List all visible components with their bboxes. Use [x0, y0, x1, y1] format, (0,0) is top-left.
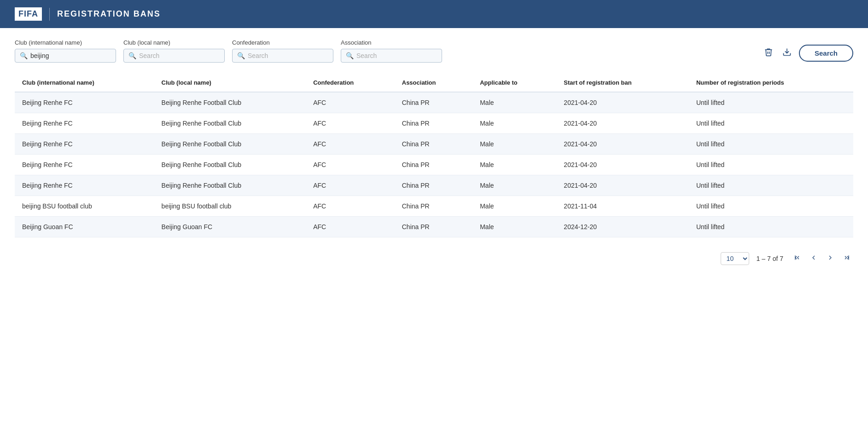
- cell-start-date: 2021-04-20: [556, 175, 689, 196]
- cell-start-date: 2021-04-20: [556, 113, 689, 134]
- confederation-input[interactable]: [248, 52, 328, 59]
- cell-applicable-to: Male: [472, 217, 556, 237]
- cell-club-local: Beijing Renhe Football Club: [154, 155, 306, 175]
- cell-club-local: Beijing Renhe Football Club: [154, 113, 306, 134]
- cell-start-date: 2024-12-20: [556, 217, 689, 237]
- confederation-label: Confederation: [232, 39, 333, 46]
- cell-confederation: AFC: [306, 92, 395, 113]
- cell-association: China PR: [395, 196, 472, 217]
- cell-confederation: AFC: [306, 134, 395, 155]
- page-info: 1 – 7 of 7: [757, 255, 783, 262]
- first-page-icon: [793, 254, 801, 261]
- cell-periods: Until lifted: [689, 155, 853, 175]
- col-start-date: Start of registration ban: [556, 74, 689, 92]
- cell-club-international: Beijing Renhe FC: [15, 155, 154, 175]
- last-page-button[interactable]: [840, 252, 853, 265]
- club-local-label: Club (local name): [123, 39, 225, 46]
- col-confederation: Confederation: [306, 74, 395, 92]
- search-button[interactable]: Search: [799, 45, 853, 62]
- next-page-button[interactable]: [824, 252, 837, 265]
- table-row: Beijing Renhe FC Beijing Renhe Football …: [15, 155, 853, 175]
- col-association: Association: [395, 74, 472, 92]
- cell-club-local: Beijing Renhe Football Club: [154, 134, 306, 155]
- cell-club-international: Beijing Renhe FC: [15, 175, 154, 196]
- table-row: Beijing Renhe FC Beijing Renhe Football …: [15, 175, 853, 196]
- cell-periods: Until lifted: [689, 113, 853, 134]
- cell-start-date: 2021-11-04: [556, 196, 689, 217]
- prev-page-icon: [810, 254, 817, 261]
- cell-applicable-to: Male: [472, 113, 556, 134]
- club-local-input-wrapper: 🔍: [123, 49, 225, 63]
- association-label: Association: [341, 39, 442, 46]
- club-local-input[interactable]: [139, 52, 220, 59]
- cell-association: China PR: [395, 92, 472, 113]
- cell-periods: Until lifted: [689, 196, 853, 217]
- table-row: Beijing Guoan FC Beijing Guoan FC AFC Ch…: [15, 217, 853, 237]
- cell-applicable-to: Male: [472, 196, 556, 217]
- table-section: Club (international name) Club (local na…: [0, 70, 868, 245]
- col-club-local: Club (local name): [154, 74, 306, 92]
- clear-icon: [764, 47, 773, 57]
- fifa-logo: FIFA: [15, 7, 42, 21]
- table-row: beijing BSU football club beijing BSU fo…: [15, 196, 853, 217]
- last-page-icon: [843, 254, 851, 261]
- club-international-label: Club (international name): [15, 39, 116, 46]
- confederation-input-wrapper: 🔍: [232, 49, 333, 63]
- cell-confederation: AFC: [306, 196, 395, 217]
- club-local-search-icon: 🔍: [128, 52, 136, 59]
- filter-confederation: Confederation 🔍: [232, 39, 333, 63]
- cell-applicable-to: Male: [472, 175, 556, 196]
- filter-association: Association 🔍: [341, 39, 442, 63]
- per-page-select[interactable]: 102550100: [721, 252, 749, 265]
- cell-periods: Until lifted: [689, 175, 853, 196]
- association-search-icon: 🔍: [346, 52, 354, 59]
- first-page-button[interactable]: [791, 252, 804, 265]
- cell-confederation: AFC: [306, 175, 395, 196]
- cell-club-international: Beijing Guoan FC: [15, 217, 154, 237]
- table-row: Beijing Renhe FC Beijing Renhe Football …: [15, 113, 853, 134]
- club-international-input-wrapper: 🔍: [15, 49, 116, 63]
- association-input[interactable]: [356, 52, 437, 59]
- association-input-wrapper: 🔍: [341, 49, 442, 63]
- cell-confederation: AFC: [306, 113, 395, 134]
- prev-page-button[interactable]: [807, 252, 820, 265]
- results-table: Club (international name) Club (local na…: [15, 74, 853, 237]
- cell-periods: Until lifted: [689, 134, 853, 155]
- cell-club-international: Beijing Renhe FC: [15, 92, 154, 113]
- pagination: 102550100 1 – 7 of 7: [0, 245, 868, 272]
- cell-start-date: 2021-04-20: [556, 155, 689, 175]
- per-page-select-wrapper: 102550100: [721, 252, 749, 265]
- cell-association: China PR: [395, 113, 472, 134]
- header: FIFA REGISTRATION BANS: [0, 0, 868, 28]
- table-row: Beijing Renhe FC Beijing Renhe Football …: [15, 92, 853, 113]
- cell-applicable-to: Male: [472, 155, 556, 175]
- download-icon: [782, 47, 792, 57]
- col-club-international: Club (international name): [15, 74, 154, 92]
- cell-association: China PR: [395, 217, 472, 237]
- filter-club-international: Club (international name) 🔍: [15, 39, 116, 63]
- cell-start-date: 2021-04-20: [556, 92, 689, 113]
- cell-association: China PR: [395, 175, 472, 196]
- cell-confederation: AFC: [306, 155, 395, 175]
- cell-start-date: 2021-04-20: [556, 134, 689, 155]
- col-periods: Number of registration periods: [689, 74, 853, 92]
- club-international-search-icon: 🔍: [20, 52, 28, 59]
- download-button[interactable]: [781, 46, 793, 61]
- cell-periods: Until lifted: [689, 217, 853, 237]
- table-row: Beijing Renhe FC Beijing Renhe Football …: [15, 134, 853, 155]
- col-applicable-to: Applicable to: [472, 74, 556, 92]
- confederation-search-icon: 🔍: [237, 52, 245, 59]
- cell-club-local: Beijing Renhe Football Club: [154, 92, 306, 113]
- filters-section: Club (international name) 🔍 Club (local …: [0, 28, 868, 70]
- cell-confederation: AFC: [306, 217, 395, 237]
- club-international-input[interactable]: [30, 52, 111, 59]
- header-divider: [49, 8, 50, 21]
- cell-club-local: Beijing Renhe Football Club: [154, 175, 306, 196]
- cell-applicable-to: Male: [472, 134, 556, 155]
- cell-association: China PR: [395, 155, 472, 175]
- next-page-icon: [827, 254, 834, 261]
- page-title: REGISTRATION BANS: [57, 9, 161, 19]
- clear-button[interactable]: [762, 46, 775, 61]
- cell-periods: Until lifted: [689, 92, 853, 113]
- cell-club-local: Beijing Guoan FC: [154, 217, 306, 237]
